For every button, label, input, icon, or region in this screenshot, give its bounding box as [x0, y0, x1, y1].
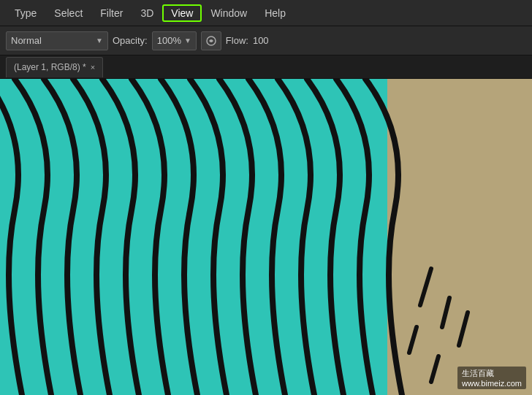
- opacity-arrow-icon: ▼: [184, 37, 191, 45]
- opacity-value-box[interactable]: 100% ▼: [152, 31, 197, 50]
- toolbar: Normal ▼ Opacity: 100% ▼ Flow: 100: [0, 26, 532, 55]
- pressure-opacity-btn[interactable]: [201, 31, 221, 50]
- flow-label: Flow:: [226, 35, 248, 46]
- pressure-icon: [205, 35, 217, 47]
- blend-mode-label: Normal: [11, 35, 93, 46]
- blend-mode-arrow-icon: ▼: [96, 37, 103, 45]
- menu-bar: Type Select Filter 3D View Window Help: [0, 0, 532, 26]
- canvas-area: 生活百藏 www.bimeiz.com: [0, 79, 532, 395]
- tab-bar: (Layer 1, RGB/8) * ×: [0, 55, 532, 79]
- menu-filter[interactable]: Filter: [91, 4, 132, 22]
- menu-type[interactable]: Type: [6, 4, 45, 22]
- canvas-tab[interactable]: (Layer 1, RGB/8) * ×: [6, 57, 103, 77]
- canvas-svg: [0, 79, 532, 395]
- opacity-label: Opacity:: [113, 35, 148, 46]
- menu-select[interactable]: Select: [45, 4, 91, 22]
- menu-window[interactable]: Window: [202, 4, 256, 22]
- svg-rect-1: [0, 79, 402, 395]
- opacity-value: 100%: [157, 35, 181, 46]
- menu-help[interactable]: Help: [256, 4, 294, 22]
- flow-value: 100: [253, 35, 269, 46]
- tab-label: (Layer 1, RGB/8) *: [14, 62, 86, 72]
- menu-3d[interactable]: 3D: [132, 4, 162, 22]
- blend-mode-dropdown[interactable]: Normal ▼: [6, 31, 108, 50]
- menu-view[interactable]: View: [162, 4, 202, 22]
- tab-close-button[interactable]: ×: [91, 63, 95, 72]
